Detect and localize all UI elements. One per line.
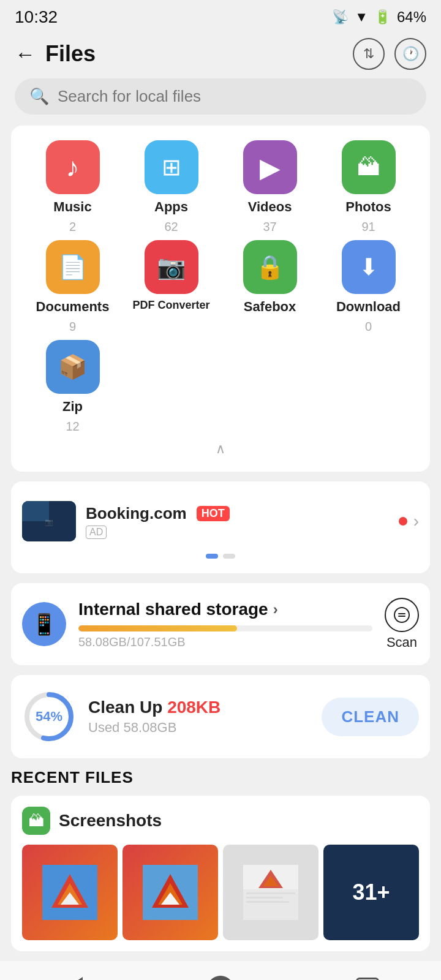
ad-banner-card: 📷 Booking.com HOT AD › — [11, 481, 430, 573]
documents-icon: 📄 — [46, 240, 100, 294]
storage-details: Internal shared storage › 58.08GB/107.51… — [78, 600, 372, 649]
download-icon: ⬇ — [342, 240, 396, 294]
ad-thumb-image: 📷 — [22, 501, 76, 541]
home-circle-icon — [207, 976, 234, 980]
file-item-safebox[interactable]: 🔒 Safebox — [222, 240, 318, 334]
status-bar: 10:32 📡 ▼ 🔋 64% — [0, 0, 441, 32]
status-icons: 📡 ▼ 🔋 64% — [332, 9, 426, 26]
recents-square-icon — [356, 978, 379, 980]
music-label: Music — [53, 199, 91, 215]
ad-info: Booking.com HOT AD — [86, 504, 389, 539]
scan-button[interactable]: Scan — [385, 598, 419, 650]
cast-icon: 📡 — [332, 9, 349, 25]
documents-count: 9 — [69, 320, 76, 334]
screenshots-label: Screenshots — [59, 811, 162, 831]
storage-icon: 📱 — [22, 602, 66, 646]
recent-files-card: 🏔 Screenshots — [11, 796, 430, 951]
ad-dot-1[interactable] — [206, 554, 218, 559]
ad-hot-badge: HOT — [197, 506, 230, 521]
svg-rect-5 — [398, 616, 405, 617]
file-grid-row2: 📦 Zip 12 — [22, 340, 419, 434]
storage-arrow-icon: › — [273, 601, 278, 618]
svg-rect-20 — [246, 892, 295, 894]
storage-title[interactable]: Internal shared storage › — [78, 600, 372, 619]
file-item-zip[interactable]: 📦 Zip 12 — [24, 340, 121, 434]
file-item-download[interactable]: ⬇ Download 0 — [320, 240, 417, 334]
collapse-button[interactable]: ∧ — [22, 441, 419, 457]
search-bar[interactable]: 🔍 — [15, 78, 426, 115]
cleanup-text: Clean Up 208KB Used 58.08GB — [88, 698, 309, 736]
ad-indicator-dot — [399, 517, 407, 526]
header: ← Files ⇅ 🕐 — [0, 32, 441, 78]
ad-right: › — [399, 511, 419, 531]
thumb-image-2 — [123, 845, 218, 940]
videos-label: Videos — [248, 199, 292, 215]
apps-count: 62 — [164, 220, 178, 234]
battery-percent: 64% — [397, 9, 426, 26]
photos-label: Photos — [345, 199, 391, 215]
header-left: ← Files — [15, 41, 96, 67]
screenshots-folder-icon: 🏔 — [22, 807, 50, 835]
storage-bar-fill — [78, 625, 237, 631]
file-item-pdf[interactable]: 📷 PDF Converter — [123, 240, 219, 334]
storage-size-label: 58.08GB/107.51GB — [78, 635, 372, 649]
storage-bar — [78, 625, 372, 631]
screenshot-thumb-3[interactable] — [223, 845, 318, 940]
svg-text:📷: 📷 — [45, 518, 53, 526]
ad-dot-2[interactable] — [223, 554, 235, 559]
status-time: 10:32 — [15, 7, 58, 27]
chevron-up-icon: ∧ — [216, 441, 225, 457]
music-count: 2 — [69, 220, 76, 234]
screenshot-thumb-1[interactable] — [22, 845, 118, 940]
thumb-image-1 — [22, 845, 118, 940]
ad-chevron-icon[interactable]: › — [413, 511, 419, 531]
cleanup-circle: 54% — [22, 690, 76, 744]
header-icons: ⇅ 🕐 — [353, 38, 426, 70]
photos-count: 91 — [361, 220, 375, 234]
pdf-label: PDF Converter — [132, 299, 209, 312]
photos-icon: 🏔 — [342, 140, 396, 194]
page-title: Files — [45, 41, 96, 67]
safebox-count — [268, 320, 272, 334]
zip-count: 12 — [66, 420, 79, 434]
ad-pagination-dots — [22, 554, 419, 559]
storage-info: 📱 Internal shared storage › 58.08GB/107.… — [22, 598, 419, 650]
download-count: 0 — [365, 320, 372, 334]
nav-back-button[interactable] — [56, 972, 91, 980]
screenshots-grid: 31+ — [22, 845, 419, 940]
apps-label: Apps — [154, 199, 188, 215]
sort-button[interactable]: ⇅ — [353, 38, 385, 70]
nav-bar — [0, 961, 441, 980]
file-item-apps[interactable]: ⊞ Apps 62 — [123, 140, 219, 234]
file-item-music[interactable]: ♪ Music 2 — [24, 140, 121, 234]
file-item-videos[interactable]: ▶ Videos 37 — [222, 140, 318, 234]
ad-label: AD — [86, 526, 107, 539]
safebox-icon: 🔒 — [243, 240, 297, 294]
battery-icon: 🔋 — [374, 9, 391, 25]
file-item-documents[interactable]: 📄 Documents 9 — [24, 240, 121, 334]
zip-icon: 📦 — [46, 340, 100, 394]
file-item-photos[interactable]: 🏔 Photos 91 — [320, 140, 417, 234]
nav-recents-button[interactable] — [350, 972, 385, 980]
cleanup-used: Used 58.08GB — [88, 720, 309, 736]
safebox-label: Safebox — [244, 299, 296, 315]
screenshot-thumb-more[interactable]: 31+ — [323, 845, 419, 940]
apps-icon: ⊞ — [145, 140, 198, 194]
history-button[interactable]: 🕐 — [394, 38, 426, 70]
screenshot-thumb-2[interactable] — [123, 845, 218, 940]
search-icon: 🔍 — [29, 87, 49, 106]
cleanup-percent: 54% — [36, 709, 62, 725]
pdf-count — [170, 317, 173, 331]
ad-name: Booking.com — [86, 504, 187, 523]
clean-button[interactable]: CLEAN — [322, 698, 419, 736]
scan-label: Scan — [386, 635, 417, 650]
back-button[interactable]: ← — [15, 42, 36, 66]
svg-rect-22 — [246, 901, 289, 903]
scan-icon — [385, 598, 419, 632]
svg-point-3 — [394, 608, 409, 622]
file-categories-card: ♪ Music 2 ⊞ Apps 62 ▶ Videos 37 🏔 Photos… — [11, 126, 430, 472]
nav-home-button[interactable] — [203, 972, 238, 980]
download-label: Download — [336, 299, 401, 315]
search-input[interactable] — [58, 87, 412, 106]
videos-icon: ▶ — [243, 140, 297, 194]
